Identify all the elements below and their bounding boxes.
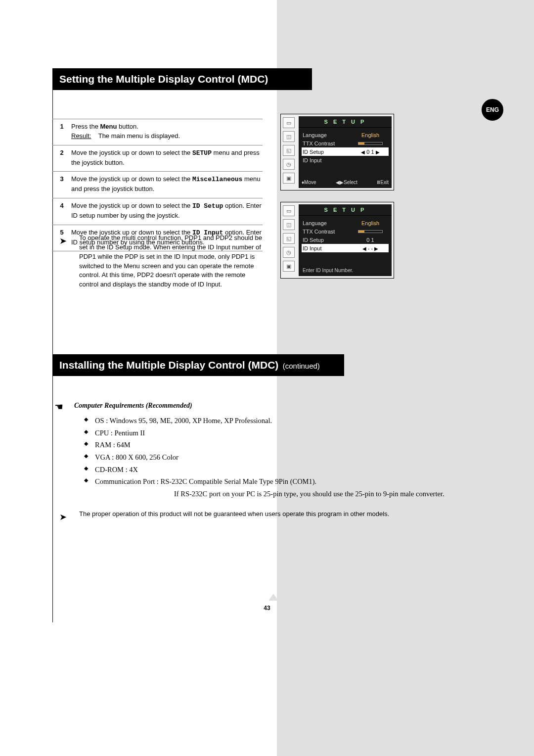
req-item: CD-ROM : 4X [84, 464, 465, 476]
note-text: To operate the multi control function, P… [79, 234, 262, 289]
osd-footer: ♦Move ◀▶Select ⅢExit [302, 180, 389, 185]
step-num: 3 [56, 175, 67, 194]
steps-table: 1 Press the Menu button. Result: The mai… [52, 119, 263, 251]
osd-menu-icon: ◫ [283, 131, 295, 142]
hand-icon: ☚ [54, 401, 63, 413]
req-item: CPU : Pentium II [84, 427, 465, 439]
step-text: Move the joystick up or down to select t… [67, 175, 263, 194]
step-text: Press the Menu button. Result: The main … [67, 122, 263, 141]
osd-setup-1: ▭ ◫ ◱ ◷ ▣ S E T U P Language English TTX… [280, 114, 394, 190]
osd-menu-icon: ▭ [283, 205, 295, 216]
osd-setup-2: ▭ ◫ ◱ ◷ ▣ S E T U P Language English TTX… [280, 202, 394, 279]
req-item: RAM : 64M [84, 439, 465, 451]
note-icon: ➤ [59, 234, 79, 289]
note-block-2: ➤ The proper operation of this product w… [59, 510, 460, 523]
osd-contrast-bar [358, 230, 383, 233]
language-badge: ENG [482, 99, 503, 121]
step-row: 2 Move the joystick up or down to select… [52, 145, 263, 172]
osd-menu-icon: ▣ [283, 173, 295, 184]
osd-menu-icon: ▣ [283, 261, 295, 272]
step-num: 1 [56, 122, 67, 141]
osd-row-idinput: ID Input [302, 156, 389, 164]
requirements-list: OS : Windows 95, 98, ME, 2000, XP Home, … [84, 415, 465, 500]
req-item: VGA : 800 X 600, 256 Color [84, 451, 465, 464]
osd-row-ttx: TTX Contrast [302, 227, 389, 236]
osd-row-language: Language English [302, 219, 389, 227]
osd-header: S E T U P [299, 116, 392, 128]
osd-menu-icon: ◫ [283, 219, 295, 230]
req-item-comm: Communication Port : RS-232C Compatible … [84, 475, 465, 500]
step-row: 4 Move the joystick up or down to select… [52, 198, 263, 225]
note-icon: ➤ [59, 510, 79, 523]
step-num: 4 [56, 201, 67, 221]
title-1: Setting the Multiple Display Control (MD… [59, 73, 268, 85]
osd-menu-icon: ◱ [283, 233, 295, 244]
osd-header: S E T U P [299, 204, 392, 216]
step-text: Move the joystick up or down to select t… [67, 148, 263, 168]
osd-row-ttx: TTX Contrast [302, 139, 389, 147]
page-number: 43 [0, 605, 534, 612]
note-text: The proper operation of this product wil… [79, 510, 460, 523]
osd-hint: Enter ID Input Number. [303, 268, 353, 273]
step-num: 2 [56, 148, 67, 168]
osd-menu-icon: ◷ [283, 247, 295, 258]
osd-icon-col: ▭ ◫ ◱ ◷ ▣ [283, 205, 297, 272]
req-comm-sub: If RS-232C port on your PC is 25-pin typ… [95, 488, 465, 500]
req-item: OS : Windows 95, 98, ME, 2000, XP Home, … [84, 415, 465, 427]
osd-row-idinput: ID Input ◀ - - ▶ [302, 244, 389, 252]
osd-row-idsetup: ID Setup ◀ 0 1 ▶ [302, 147, 389, 156]
step-row: 1 Press the Menu button. Result: The mai… [52, 119, 263, 145]
osd-menu-icon: ◷ [283, 159, 295, 170]
step-text: Move the joystick up or down to select t… [67, 201, 263, 221]
requirements-heading: Computer Requirements (Recommended) [74, 402, 192, 410]
osd-row-language: Language English [302, 131, 389, 139]
osd-menu-icon: ◱ [283, 145, 295, 156]
title-box-2: Installing the Multiple Display Control … [52, 354, 344, 376]
osd-menu-icon: ▭ [283, 117, 295, 128]
title-2-continued: (continued) [283, 362, 320, 370]
title-box-1: Setting the Multiple Display Control (MD… [52, 68, 312, 90]
osd-contrast-bar [358, 142, 383, 145]
note-block-1: ➤ To operate the multi control function,… [59, 234, 262, 289]
osd-row-idsetup: ID Setup 0 1 [302, 236, 389, 244]
title-2: Installing the Multiple Display Control … [59, 359, 278, 371]
step-row: 3 Move the joystick up or down to select… [52, 172, 263, 198]
page-corner-triangle [268, 594, 278, 601]
osd-icon-col: ▭ ◫ ◱ ◷ ▣ [283, 117, 297, 184]
